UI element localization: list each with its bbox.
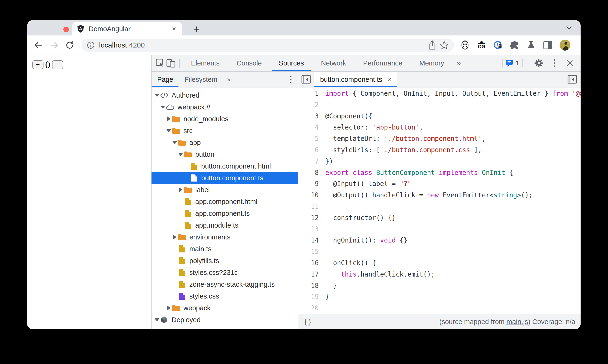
tree-item-partial[interactable]	[152, 326, 298, 329]
line-number[interactable]: 5	[298, 133, 319, 144]
tree-item-button-component-ts[interactable]: button.component.ts	[152, 172, 298, 184]
profile-avatar[interactable]	[559, 40, 570, 51]
devtools-menu-icon[interactable]	[549, 58, 560, 68]
tree-item-app-component-html[interactable]: app.component.html	[152, 196, 298, 208]
browser-tab[interactable]: DemoAngular ×	[72, 22, 182, 36]
line-number[interactable]: 8	[298, 167, 319, 179]
more-navigator-tabs-chevron[interactable]: »	[223, 72, 234, 87]
navigator-menu-icon[interactable]	[290, 72, 298, 87]
line-number[interactable]: 19	[298, 291, 319, 302]
line-number[interactable]: 13	[298, 224, 319, 235]
devtools-tab-network[interactable]: Network	[312, 55, 355, 71]
line-number[interactable]: 16	[298, 257, 319, 269]
tree-down-arrow-icon[interactable]	[154, 318, 160, 322]
mask-extension-icon[interactable]	[460, 40, 470, 50]
increment-button[interactable]: +	[32, 60, 43, 69]
tree-right-arrow-icon[interactable]	[166, 306, 172, 310]
devtools-tab-elements[interactable]: Elements	[182, 55, 228, 71]
close-window-button[interactable]	[63, 27, 69, 32]
reload-button[interactable]	[65, 40, 75, 50]
tree-item-webpack-[interactable]: webpack://	[152, 101, 298, 113]
tree-down-arrow-icon[interactable]	[178, 153, 184, 156]
settings-gear-icon[interactable]	[533, 58, 544, 68]
tab-close-icon[interactable]: ×	[170, 25, 178, 33]
editor-tab-close-icon[interactable]: ×	[387, 76, 393, 83]
tree-item-button[interactable]: button	[152, 148, 298, 160]
tree-down-arrow-icon[interactable]	[166, 129, 172, 132]
line-number[interactable]: 20	[298, 302, 319, 314]
navigator-tab-page[interactable]: Page	[152, 72, 179, 87]
line-number[interactable]: 18	[298, 280, 319, 291]
tree-right-arrow-icon[interactable]	[172, 235, 178, 239]
tree-item-src[interactable]: src	[152, 125, 298, 137]
line-number[interactable]: 4	[298, 122, 319, 133]
forward-button[interactable]	[49, 40, 59, 50]
share-icon[interactable]	[427, 40, 438, 50]
source-map-link[interactable]: main.js	[506, 318, 528, 326]
tree-item-environments[interactable]: environments	[152, 231, 298, 243]
pretty-print-button[interactable]: {}	[304, 318, 312, 326]
tree-item-styles-css-231c[interactable]: styles.css?231c	[152, 267, 298, 278]
show-debugger-sidebar-icon[interactable]	[567, 72, 581, 87]
tree-item-node-modules[interactable]: node_modules	[152, 113, 298, 125]
devtools-tab-sources[interactable]: Sources	[270, 55, 312, 71]
device-toolbar-icon[interactable]	[166, 58, 177, 68]
back-button[interactable]	[33, 40, 44, 50]
hide-navigator-icon[interactable]	[298, 72, 314, 87]
inspect-element-icon[interactable]	[155, 58, 166, 68]
devtools-tab-performance[interactable]: Performance	[355, 55, 411, 71]
tree-item-webpack[interactable]: webpack	[152, 302, 298, 314]
code-line-9: @Input() label = "?"	[325, 178, 581, 190]
tree-right-arrow-icon[interactable]	[166, 117, 172, 121]
line-number[interactable]: 12	[298, 212, 319, 224]
tree-item-deployed[interactable]: Deployed	[152, 314, 298, 326]
tree-down-arrow-icon[interactable]	[154, 94, 160, 97]
line-number[interactable]: 3	[298, 111, 319, 122]
navigator-tab-filesystem[interactable]: Filesystem	[179, 72, 223, 87]
tree-item-main-ts[interactable]: main.ts	[152, 243, 298, 255]
tree-item-app-component-ts[interactable]: app.component.ts	[152, 208, 298, 219]
incognito-og-extension-icon[interactable]: OG	[477, 40, 486, 50]
tree-item-label[interactable]: label	[152, 184, 298, 196]
address-bar[interactable]: localhost:4200	[82, 39, 454, 52]
line-number[interactable]: 11	[298, 201, 319, 212]
bookmark-star-icon[interactable]	[439, 40, 449, 50]
line-number[interactable]: 7	[298, 156, 319, 167]
tree-item-label: zone-async-stack-tagging.ts	[189, 281, 275, 288]
new-tab-button[interactable]: +	[190, 23, 203, 35]
browser-menu-icon[interactable]	[578, 40, 581, 50]
tree-item-app[interactable]: app	[152, 137, 298, 148]
code-line-19: }	[325, 291, 581, 302]
site-info-icon[interactable]	[86, 41, 95, 50]
issues-button[interactable]: 1	[502, 58, 523, 68]
tree-item-styles-css[interactable]: styles.css	[152, 290, 298, 302]
tree-item-app-module-ts[interactable]: app.module.ts	[152, 219, 298, 231]
more-panels-chevron[interactable]: »	[453, 59, 465, 67]
tree-item-authored[interactable]: Authored	[152, 89, 298, 101]
editor-tab-button-component-ts[interactable]: button.component.ts ×	[314, 72, 397, 87]
devtools-tab-memory[interactable]: Memory	[411, 55, 453, 71]
extensions-puzzle-icon[interactable]	[510, 40, 519, 50]
labs-flask-icon[interactable]	[526, 40, 536, 50]
line-number[interactable]: 6	[298, 144, 319, 156]
tree-item-zone-async-stack-tagging-ts[interactable]: zone-async-stack-tagging.ts	[152, 278, 298, 290]
password-manager-extension-icon[interactable]	[493, 40, 503, 50]
line-number[interactable]: 14	[298, 235, 319, 246]
line-number[interactable]: 10	[298, 190, 319, 201]
devtools-tab-console[interactable]: Console	[228, 55, 270, 71]
line-number[interactable]: 15	[298, 246, 319, 257]
tree-item-polyfills-ts[interactable]: polyfills.ts	[152, 255, 298, 267]
side-panel-extension-icon[interactable]	[543, 40, 552, 50]
tab-search-chevron-icon[interactable]	[565, 25, 573, 30]
decrement-button[interactable]: -	[52, 60, 63, 69]
code-editor[interactable]: 1234567891011121314151617181920 import {…	[298, 88, 581, 314]
tree-right-arrow-icon[interactable]	[178, 187, 184, 192]
tree-down-arrow-icon[interactable]	[172, 141, 178, 144]
tree-item-button-component-html[interactable]: button.component.html	[152, 160, 298, 172]
tree-down-arrow-icon[interactable]	[160, 106, 166, 109]
line-number[interactable]: 2	[298, 99, 319, 111]
line-number[interactable]: 17	[298, 269, 319, 280]
close-devtools-icon[interactable]	[565, 58, 575, 68]
line-number[interactable]: 1	[298, 88, 319, 99]
line-number[interactable]: 9	[298, 178, 319, 190]
